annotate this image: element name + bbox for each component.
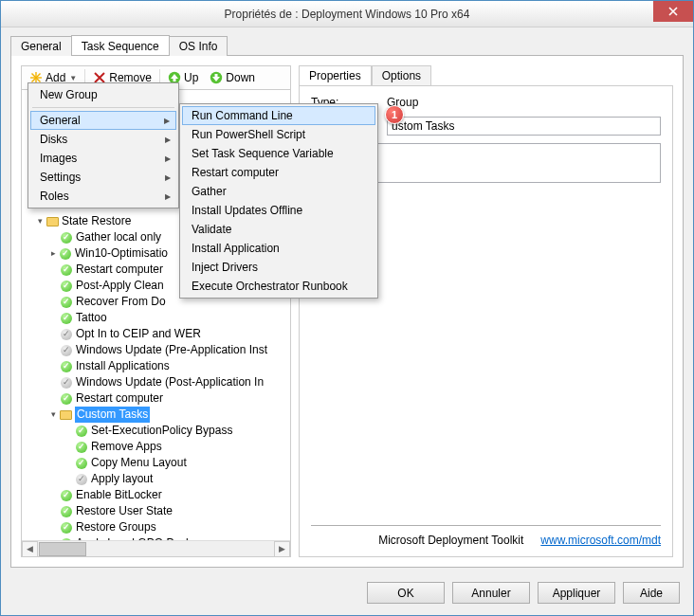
- tree-node-set-exec[interactable]: ✓Set-ExecutionPolicy Bypass: [24, 423, 290, 439]
- close-icon: [668, 7, 678, 16]
- ok-button[interactable]: OK: [367, 582, 445, 604]
- scroll-thumb[interactable]: [39, 542, 86, 556]
- tree-node-wu-pre[interactable]: ✓Windows Update (Pre-Application Inst: [24, 342, 290, 358]
- menu-gather[interactable]: Gather: [182, 182, 375, 201]
- tree-node-tattoo[interactable]: ✓Tattoo: [24, 310, 290, 326]
- tree-node-restart2[interactable]: ✓Restart computer: [24, 390, 290, 407]
- help-button[interactable]: Aide: [623, 582, 680, 604]
- properties-footer: Microsoft Deployment Toolkit www.microso…: [311, 525, 661, 547]
- tab-os-info[interactable]: OS Info: [169, 36, 228, 56]
- tree-node-apply-layout[interactable]: ✓Apply layout: [24, 471, 290, 487]
- menu-run-command-line[interactable]: Run Command Line: [182, 106, 375, 125]
- general-submenu: Run Command Line Run PowerShell Script S…: [179, 103, 378, 299]
- callout-1: 1: [385, 105, 404, 124]
- menu-validate[interactable]: Validate: [182, 220, 375, 239]
- down-label: Down: [226, 71, 255, 84]
- dialog-window: Propriétés de : Deployment Windows 10 Pr…: [0, 0, 694, 616]
- window-title: Propriétés de : Deployment Windows 10 Pr…: [225, 8, 470, 21]
- menu-general[interactable]: General: [30, 111, 176, 130]
- titlebar: Propriétés de : Deployment Windows 10 Pr…: [1, 1, 693, 27]
- tab-general[interactable]: General: [10, 36, 72, 56]
- horizontal-scrollbar[interactable]: ◀ ▶: [22, 540, 290, 556]
- menu-roles[interactable]: Roles: [30, 187, 176, 206]
- tab-options[interactable]: Options: [372, 65, 431, 86]
- apply-button[interactable]: Appliquer: [538, 582, 615, 604]
- tab-task-sequence[interactable]: Task Sequence: [71, 35, 170, 55]
- tree-node-install-apps[interactable]: ✓Install Applications: [24, 358, 290, 374]
- arrow-down-icon: [210, 71, 223, 84]
- dialog-content: General Task Sequence OS Info Add ▼: [1, 27, 693, 615]
- tree-node-restore-groups[interactable]: ✓Restore Groups: [24, 519, 290, 535]
- menu-run-powershell[interactable]: Run PowerShell Script: [182, 125, 375, 144]
- tree-node-ceip[interactable]: ✓Opt In to CEIP and WER: [24, 326, 290, 342]
- menu-restart-computer[interactable]: Restart computer: [182, 163, 375, 182]
- menu-new-group[interactable]: New Group: [30, 85, 176, 104]
- cancel-button[interactable]: Annuler: [452, 582, 530, 604]
- menu-install-updates[interactable]: Install Updates Offline: [182, 201, 375, 220]
- menu-exec-orchestrator[interactable]: Execute Orchestrator Runbook: [182, 277, 375, 296]
- menu-settings[interactable]: Settings: [30, 168, 176, 187]
- tab-panel: Add ▼ Remove Up: [10, 56, 684, 568]
- down-button[interactable]: Down: [206, 70, 259, 85]
- dialog-buttons: OK Annuler Appliquer Aide: [367, 582, 680, 604]
- tabstrip: General Task Sequence OS Info: [10, 35, 684, 56]
- menu-disks[interactable]: Disks: [30, 130, 176, 149]
- name-input[interactable]: [387, 117, 661, 136]
- caret-down-icon: ▼: [69, 74, 77, 82]
- tree-node-copy-menu[interactable]: ✓Copy Menu Layout: [24, 455, 290, 471]
- menu-images[interactable]: Images: [30, 149, 176, 168]
- menu-inject-drivers[interactable]: Inject Drivers: [182, 258, 375, 277]
- scroll-left-icon[interactable]: ◀: [22, 541, 38, 557]
- tree-node-enable-bitlocker[interactable]: ✓Enable BitLocker: [24, 487, 290, 503]
- tree-node-wu-post[interactable]: ✓Windows Update (Post-Application In: [24, 374, 290, 390]
- menu-separator: [32, 107, 174, 108]
- tree-node-custom-tasks[interactable]: ▾Custom Tasks: [24, 407, 290, 423]
- add-menu: New Group General Disks Images Settings …: [27, 82, 179, 208]
- footer-link[interactable]: www.microsoft.com/mdt: [540, 534, 661, 547]
- menu-install-app[interactable]: Install Application: [182, 239, 375, 258]
- scroll-right-icon[interactable]: ▶: [274, 541, 290, 557]
- footer-text: Microsoft Deployment Toolkit: [378, 534, 523, 547]
- tree-node-restore-user[interactable]: ✓Restore User State: [24, 503, 290, 519]
- tree-node-remove-apps[interactable]: ✓Remove Apps: [24, 439, 290, 455]
- menu-set-ts-var[interactable]: Set Task Sequence Variable: [182, 144, 375, 163]
- properties-tabstrip: Properties Options: [299, 65, 673, 86]
- close-button[interactable]: [653, 1, 693, 22]
- up-label: Up: [184, 71, 198, 84]
- tab-properties[interactable]: Properties: [299, 65, 372, 86]
